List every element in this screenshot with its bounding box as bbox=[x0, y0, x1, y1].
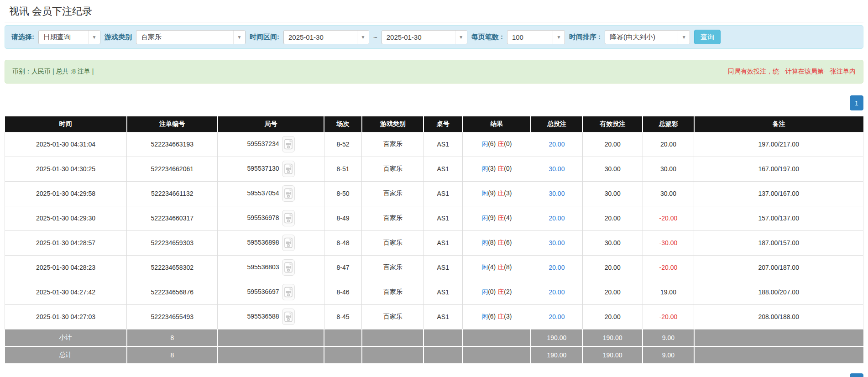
cell-session: 8-47 bbox=[324, 255, 362, 280]
game-type-select[interactable]: 百家乐 ▼ bbox=[136, 30, 246, 44]
cell-remark: 188.00/207.00 bbox=[694, 280, 863, 304]
total-bet-link[interactable]: 20.00 bbox=[549, 215, 565, 222]
sort-select[interactable]: 降幂(由大到小) ▼ bbox=[605, 30, 690, 44]
subtotal-payout: 9.00 bbox=[643, 329, 694, 346]
cell-session: 8-52 bbox=[324, 132, 362, 157]
subtotal-total-bet: 190.00 bbox=[531, 329, 582, 346]
table-body: 2025-01-30 04:31:04 522234663193 5955372… bbox=[5, 132, 863, 329]
cell-session: 8-49 bbox=[324, 206, 362, 230]
video-icon bbox=[284, 262, 293, 273]
cell-session: 8-46 bbox=[324, 280, 362, 304]
result-player-label: 闲 bbox=[481, 189, 488, 197]
caret-down-icon[interactable]: ▼ bbox=[455, 31, 467, 44]
pagination-bottom: 1 bbox=[850, 373, 863, 377]
cell-table-no: AS1 bbox=[424, 230, 462, 255]
cell-result: 闲(6)庄(0) bbox=[462, 132, 531, 157]
caret-down-icon[interactable]: ▼ bbox=[678, 31, 690, 44]
cell-time: 2025-01-30 04:31:04 bbox=[5, 132, 127, 157]
video-icon bbox=[284, 311, 293, 322]
video-replay-button[interactable] bbox=[282, 136, 295, 152]
cell-session: 8-45 bbox=[324, 304, 362, 329]
cell-total-bet: 30.00 bbox=[531, 230, 582, 255]
video-replay-button[interactable] bbox=[282, 284, 295, 300]
subtotal-valid-bet: 190.00 bbox=[582, 329, 643, 346]
cell-bet-id: 522234655493 bbox=[127, 304, 218, 329]
cell-table-no: AS1 bbox=[424, 206, 462, 230]
table-row: 2025-01-30 04:29:58 522234661132 5955370… bbox=[5, 181, 863, 206]
cell-payout: 19.00 bbox=[643, 280, 694, 304]
cell-valid-bet: 20.00 bbox=[582, 206, 643, 230]
caret-down-icon[interactable]: ▼ bbox=[553, 31, 565, 44]
result-player-label: 闲 bbox=[481, 263, 488, 271]
cell-session: 8-51 bbox=[324, 157, 362, 181]
sort-select-value: 降幂(由大到小) bbox=[605, 33, 660, 42]
cell-result: 闲(3)庄(0) bbox=[462, 157, 531, 181]
cell-remark: 197.00/217.00 bbox=[694, 132, 863, 157]
total-count: 8 bbox=[127, 346, 218, 364]
cell-bet-id: 522234661132 bbox=[127, 181, 218, 206]
result-banker-count: (2) bbox=[504, 288, 512, 295]
cell-round-id: 595537130 bbox=[218, 157, 324, 181]
total-bet-link[interactable]: 20.00 bbox=[549, 313, 565, 320]
cell-table-no: AS1 bbox=[424, 157, 462, 181]
total-row: 总计 8 190.00 190.00 9.00 bbox=[5, 346, 863, 364]
filter-panel: 请选择: 日期查询 ▼ 游戏类别 百家乐 ▼ 时间区间: 2025-01-30 … bbox=[5, 25, 863, 49]
page-button-1-bottom[interactable]: 1 bbox=[850, 373, 863, 377]
sort-label: 时间排序 : bbox=[569, 33, 601, 42]
cell-time: 2025-01-30 04:27:42 bbox=[5, 280, 127, 304]
video-replay-button[interactable] bbox=[282, 161, 295, 177]
video-replay-button[interactable] bbox=[282, 210, 295, 226]
result-player-count: (3) bbox=[488, 165, 496, 172]
result-banker-count: (0) bbox=[504, 165, 512, 172]
cell-game-type: 百家乐 bbox=[362, 304, 424, 329]
page-button-1[interactable]: 1 bbox=[850, 95, 863, 110]
cell-game-type: 百家乐 bbox=[362, 206, 424, 230]
result-banker-label: 庄 bbox=[497, 140, 504, 147]
table-row: 2025-01-30 04:28:57 522234659303 5955368… bbox=[5, 230, 863, 255]
total-bet-link[interactable]: 20.00 bbox=[549, 288, 565, 296]
cell-session: 8-50 bbox=[324, 181, 362, 206]
cell-valid-bet: 20.00 bbox=[582, 304, 643, 329]
time-range-label: 时间区间: bbox=[250, 33, 279, 42]
cell-result: 闲(9)庄(3) bbox=[462, 181, 531, 206]
cell-bet-id: 522234662061 bbox=[127, 157, 218, 181]
caret-down-icon[interactable]: ▼ bbox=[233, 31, 245, 44]
summary-note: 同局有效投注，统一计算在该局第一张注单内 bbox=[728, 68, 856, 76]
video-replay-button[interactable] bbox=[282, 309, 295, 325]
search-button[interactable]: 查询 bbox=[694, 30, 721, 44]
date-to-select[interactable]: 2025-01-30 ▼ bbox=[382, 30, 467, 44]
header-game-type: 游戏类别 bbox=[362, 116, 424, 132]
date-from-select[interactable]: 2025-01-30 ▼ bbox=[283, 30, 369, 44]
total-bet-link[interactable]: 20.00 bbox=[549, 264, 565, 271]
caret-down-icon[interactable]: ▼ bbox=[357, 31, 369, 44]
round-id-text: 595536803 bbox=[247, 263, 279, 271]
table-row: 2025-01-30 04:27:03 522234655493 5955365… bbox=[5, 304, 863, 329]
result-banker-label: 庄 bbox=[497, 313, 504, 320]
subtotal-row: 小计 8 190.00 190.00 9.00 bbox=[5, 329, 863, 346]
total-bet-link[interactable]: 30.00 bbox=[549, 239, 565, 246]
cell-table-no: AS1 bbox=[424, 132, 462, 157]
total-bet-link[interactable]: 30.00 bbox=[549, 190, 565, 197]
result-player-count: (0) bbox=[488, 288, 496, 295]
cell-remark: 207.00/187.00 bbox=[694, 255, 863, 280]
cell-round-id: 595537234 bbox=[218, 132, 324, 157]
cell-bet-id: 522234660317 bbox=[127, 206, 218, 230]
round-id-text: 595536697 bbox=[247, 288, 279, 295]
page-title: 视讯 会员下注纪录 bbox=[5, 0, 863, 22]
total-label: 总计 bbox=[5, 346, 127, 364]
cell-table-no: AS1 bbox=[424, 181, 462, 206]
video-replay-button[interactable] bbox=[282, 259, 295, 276]
caret-down-icon[interactable]: ▼ bbox=[88, 31, 100, 44]
total-bet-link[interactable]: 20.00 bbox=[549, 141, 565, 148]
result-banker-label: 庄 bbox=[497, 263, 504, 271]
cell-remark: 187.00/157.00 bbox=[694, 230, 863, 255]
page-size-select[interactable]: 100 ▼ bbox=[507, 30, 565, 44]
cell-total-bet: 20.00 bbox=[531, 132, 582, 157]
total-bet-link[interactable]: 30.00 bbox=[549, 165, 565, 173]
video-icon bbox=[284, 163, 293, 174]
date-from-value: 2025-01-30 bbox=[284, 33, 328, 41]
video-replay-button[interactable] bbox=[282, 235, 295, 251]
mode-select[interactable]: 日期查询 ▼ bbox=[38, 30, 100, 44]
video-replay-button[interactable] bbox=[282, 185, 295, 202]
page-size-label: 每页笔数 : bbox=[471, 33, 503, 42]
